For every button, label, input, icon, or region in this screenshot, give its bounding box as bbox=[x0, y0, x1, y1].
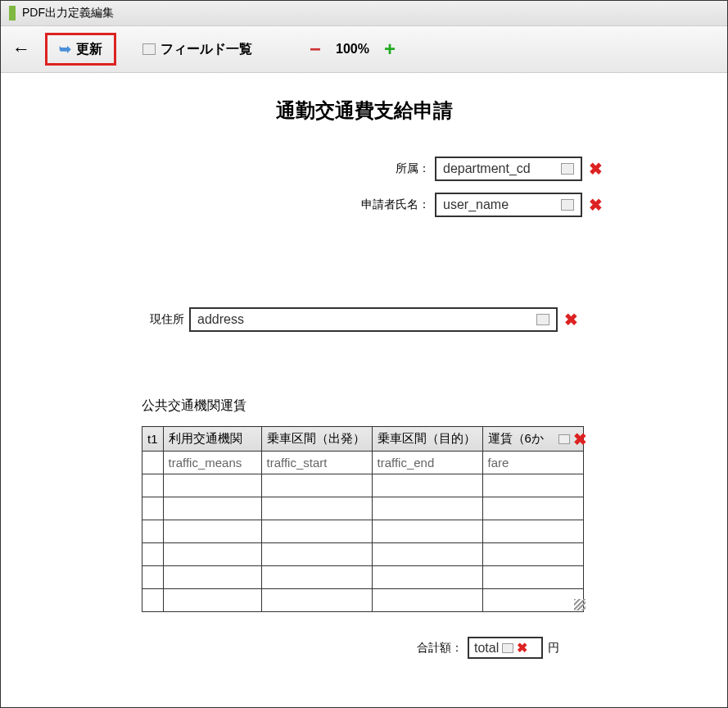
delete-applicant-icon[interactable]: ✖ bbox=[589, 195, 603, 215]
table-row[interactable] bbox=[142, 520, 584, 543]
delete-total-icon[interactable]: ✖ bbox=[517, 640, 527, 656]
field-picker-icon[interactable] bbox=[561, 199, 574, 211]
cell-dest[interactable]: traffic_end bbox=[372, 452, 482, 474]
affiliation-field[interactable]: department_cd bbox=[435, 157, 582, 181]
table-row[interactable] bbox=[142, 543, 584, 566]
form-title: 通勤交通費支給申請 bbox=[17, 98, 711, 124]
address-field[interactable]: address bbox=[189, 307, 558, 332]
affiliation-value: department_cd bbox=[443, 161, 531, 176]
total-label: 合計額： bbox=[410, 641, 468, 656]
delete-address-icon[interactable]: ✖ bbox=[564, 310, 578, 329]
table-row[interactable]: traffic_means traffic_start traffic_end … bbox=[142, 452, 584, 474]
window-title: PDF出力定義編集 bbox=[22, 6, 114, 20]
delete-table-icon[interactable]: ✖ bbox=[573, 429, 587, 449]
total-unit: 円 bbox=[548, 641, 559, 656]
field-picker-icon[interactable] bbox=[561, 163, 574, 175]
cell-fare[interactable]: fare bbox=[482, 452, 583, 474]
update-label: 更新 bbox=[76, 41, 102, 58]
address-label: 現住所 bbox=[140, 312, 189, 327]
applicant-value: user_name bbox=[443, 197, 509, 212]
field-list-button[interactable]: フィールド一覧 bbox=[131, 36, 264, 63]
table-section-label: 公共交通機関運賃 bbox=[142, 397, 711, 415]
applicant-field[interactable]: user_name bbox=[435, 193, 582, 217]
col-transport[interactable]: 利用交通機関 bbox=[163, 427, 261, 452]
grid-wrap: t1 利用交通機関 乗車区間（出発） 乗車区間（目的） 運賃（6か traffi… bbox=[142, 426, 587, 612]
table-row[interactable] bbox=[142, 497, 584, 520]
field-picker-icon[interactable] bbox=[502, 643, 513, 653]
update-button[interactable]: ➥ 更新 bbox=[45, 33, 116, 66]
title-bar: PDF出力定義編集 bbox=[1, 1, 727, 26]
table-row[interactable] bbox=[142, 474, 584, 497]
table-row[interactable] bbox=[142, 589, 584, 612]
fare-table[interactable]: t1 利用交通機関 乗車区間（出発） 乗車区間（目的） 運賃（6か traffi… bbox=[142, 426, 584, 612]
delete-affiliation-icon[interactable]: ✖ bbox=[589, 159, 603, 179]
table-header-row: t1 利用交通機関 乗車区間（出発） 乗車区間（目的） 運賃（6か bbox=[142, 427, 584, 452]
col-index[interactable]: t1 bbox=[142, 427, 164, 452]
table-row[interactable] bbox=[142, 566, 584, 589]
col-dest[interactable]: 乗車区間（目的） bbox=[372, 427, 482, 452]
affiliation-label: 所属： bbox=[353, 161, 435, 176]
toolbar: ← ➥ 更新 フィールド一覧 − 100% + bbox=[1, 26, 727, 73]
app-marker-icon bbox=[9, 6, 16, 20]
cell-depart[interactable]: traffic_start bbox=[261, 452, 372, 474]
col-depart[interactable]: 乗車区間（出発） bbox=[261, 427, 372, 452]
cell-transport[interactable]: traffic_means bbox=[163, 452, 261, 474]
zoom-in-button[interactable]: + bbox=[384, 38, 396, 61]
applicant-label: 申請者氏名： bbox=[353, 197, 435, 212]
resize-handle[interactable] bbox=[574, 599, 586, 610]
total-value: total bbox=[474, 641, 499, 656]
total-field[interactable]: total ✖ bbox=[468, 637, 543, 659]
field-picker-icon[interactable] bbox=[558, 434, 570, 444]
field-picker-icon[interactable] bbox=[536, 314, 549, 325]
field-list-label: フィールド一覧 bbox=[161, 41, 252, 58]
zoom-level: 100% bbox=[336, 42, 369, 57]
total-row: 合計額： total ✖ 円 bbox=[410, 637, 711, 659]
back-button[interactable]: ← bbox=[12, 39, 30, 60]
canvas: 通勤交通費支給申請 所属： department_cd ✖ 申請者氏名： use… bbox=[1, 73, 727, 675]
update-icon: ➥ bbox=[59, 40, 71, 58]
address-value: address bbox=[197, 312, 244, 327]
zoom-out-button[interactable]: − bbox=[310, 38, 321, 61]
list-icon bbox=[142, 43, 156, 55]
